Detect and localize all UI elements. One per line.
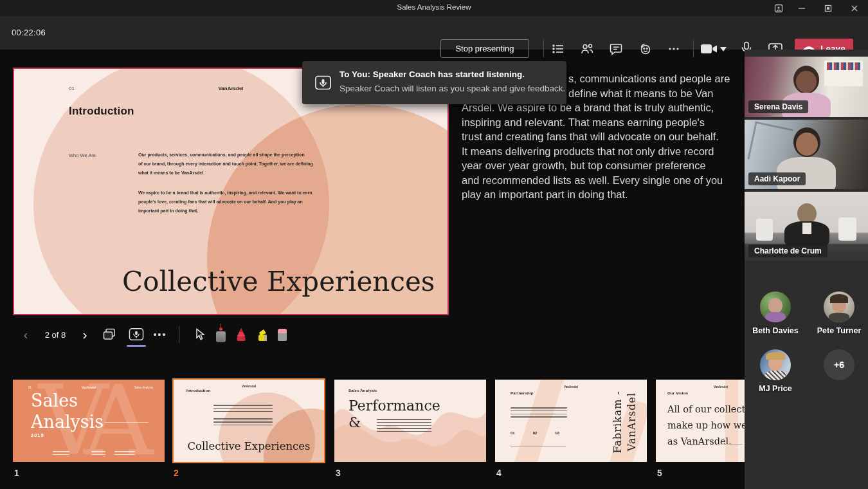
- thumb1-year: 2019: [31, 432, 44, 438]
- speaker-coach-button[interactable]: [126, 322, 147, 347]
- select-cursor-button[interactable]: [192, 322, 208, 347]
- speaker-coach-icon: [314, 74, 332, 94]
- toast-title: To You: Speaker Coach has started listen…: [339, 69, 525, 79]
- slide-body-paragraph: Our products, services, communications, …: [138, 151, 313, 178]
- toast-subtitle: Speaker Coach will listen as you speak a…: [339, 84, 565, 93]
- all-slides-button[interactable]: [100, 322, 119, 347]
- chat-icon[interactable]: [608, 41, 624, 57]
- thumb3-header: Sales Analysis: [348, 389, 377, 392]
- avatar-beth-davies[interactable]: [760, 291, 791, 322]
- thumbnail-slide-5[interactable]: . VanArsdel Our Vision All of our collec…: [656, 380, 745, 462]
- speaker-coach-toast[interactable]: To You: Speaker Coach has started listen…: [302, 61, 566, 104]
- participant-name-badge: Charlotte de Crum: [748, 244, 827, 257]
- thumb3-title-line1: Performance: [348, 398, 440, 414]
- avatar-pete-turner[interactable]: [824, 291, 854, 322]
- video-tile-aadi[interactable]: Aadi Kapoor: [745, 120, 868, 189]
- thumb2-brand: VanArsdel: [174, 385, 324, 388]
- thumb4-side-title: Fabrikam - VanArsdel: [611, 389, 638, 456]
- thumbnail-slide-4[interactable]: VanArsdel Partnership 01 02 03 Fabrikam …: [495, 380, 647, 462]
- thumb5-heading: Our Vision: [667, 391, 688, 395]
- minimize-button[interactable]: [795, 2, 809, 14]
- avatar-name: MJ Price: [740, 384, 811, 393]
- slide-title: Collective Experiences: [122, 266, 435, 297]
- eraser-button[interactable]: [274, 322, 291, 347]
- slide-body-paragraph: We aspire to be a brand that is authenti…: [138, 189, 312, 216]
- thumb4-heading: Partnership: [511, 391, 534, 395]
- list-icon[interactable]: [550, 41, 566, 57]
- slide-position: 2 of 8: [37, 322, 73, 347]
- thumbnail-slide-1[interactable]: VA 01 VanArsdel Sales Analysis Sales Ana…: [13, 380, 165, 462]
- maximize-button[interactable]: [821, 2, 835, 14]
- meeting-timer: 00:22:06: [12, 28, 46, 37]
- thumb4-steps: 01 02 03: [511, 431, 559, 435]
- toolbar-divider: [543, 39, 544, 57]
- thumbnail-number-4: 4: [496, 468, 502, 478]
- teams-meeting-window: Sales Analysis Review 00:22:06 Stop pres…: [0, 0, 868, 489]
- camera-icon[interactable]: [700, 41, 719, 57]
- more-options-icon[interactable]: [666, 41, 682, 57]
- previous-slide-button[interactable]: ‹: [19, 322, 32, 347]
- thumbnail-number-2: 2: [174, 468, 179, 478]
- toolbar-divider: [693, 39, 694, 57]
- thumbnail-slide-3[interactable]: Sales Analysis Performance &: [334, 380, 486, 462]
- people-icon[interactable]: [579, 41, 595, 57]
- participant-name-badge: Serena Davis: [748, 100, 808, 113]
- video-tile-serena[interactable]: Serena Davis: [745, 57, 868, 117]
- close-button[interactable]: [847, 2, 862, 14]
- thumbnail-number-3: 3: [336, 468, 341, 478]
- window-titlebar: Sales Analysis Review: [0, 0, 868, 16]
- video-tile-charlotte[interactable]: Charlotte de Crum: [745, 192, 868, 261]
- popout-icon[interactable]: [772, 2, 786, 14]
- stop-presenting-button[interactable]: Stop presenting: [440, 39, 529, 58]
- participant-name-badge: Aadi Kapoor: [748, 172, 806, 185]
- thumb5-text: All of our collective make up how we co …: [667, 401, 745, 450]
- presented-slide[interactable]: 01 VanArsdel Introduction Who We Are Our…: [13, 68, 449, 315]
- presenter-nav-bar: ‹ 2 of 8 › •••: [0, 322, 450, 350]
- overflow-participants-badge[interactable]: +6: [824, 349, 854, 380]
- avatar-name: Beth Davies: [740, 326, 811, 335]
- active-tool-underline: [127, 345, 146, 347]
- camera-dropdown-icon[interactable]: [719, 41, 727, 57]
- window-title: Sales Analysis Review: [0, 3, 868, 11]
- thumb3-title-line2: &: [348, 414, 361, 430]
- thumb2-title: Collective Experiences: [174, 440, 324, 452]
- avatar-mj-price[interactable]: [760, 349, 791, 380]
- thumbnail-slide-2-selected[interactable]: VanArsdel Introduction Collective Experi…: [172, 378, 325, 463]
- thumbnail-number-5: 5: [657, 468, 662, 478]
- thumb1-header-right: Sales Analysis: [134, 386, 153, 389]
- meeting-toolbar: 00:22:06 Stop presenting: [0, 16, 868, 50]
- thumb2-heading: Introduction: [186, 389, 210, 392]
- reactions-icon[interactable]: [637, 41, 653, 57]
- avatar-name: Pete Turner: [804, 326, 868, 335]
- red-pen-button[interactable]: [233, 322, 249, 347]
- laser-pointer-button[interactable]: [212, 322, 229, 347]
- participants-panel: Serena Davis Aadi Kapoor Charlotte de Cr…: [745, 50, 868, 489]
- nav-divider: [179, 326, 179, 344]
- slide-kicker: Who We Are: [69, 152, 96, 158]
- thumbnail-number-1: 1: [14, 468, 19, 478]
- highlighter-button[interactable]: [253, 322, 271, 347]
- thumb1-title: Sales Analysis: [31, 390, 104, 432]
- slide-heading: Introduction: [69, 105, 134, 118]
- next-slide-button[interactable]: ›: [78, 322, 91, 347]
- more-tools-button[interactable]: •••: [150, 322, 170, 347]
